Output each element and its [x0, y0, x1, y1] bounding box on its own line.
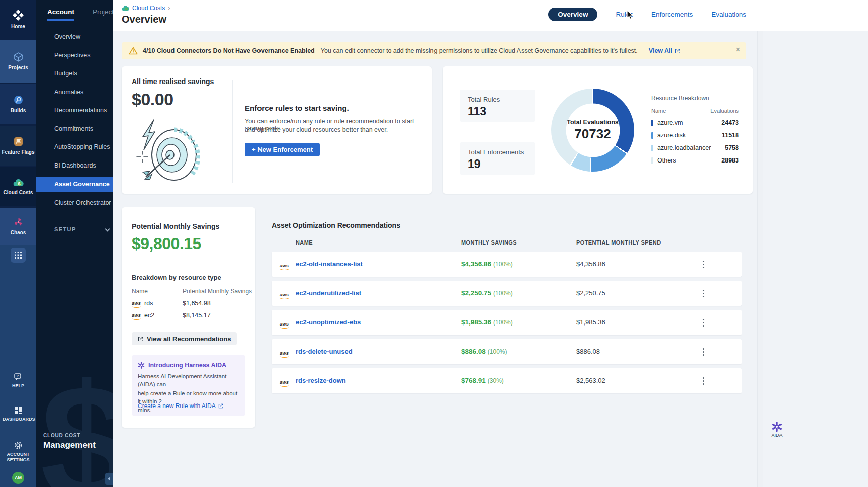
rail-item-account-settings[interactable]: ACCOUNT SETTINGS [0, 441, 36, 463]
view-all-recommendations-button[interactable]: View all Recommendations [132, 332, 237, 345]
enforce-text-line2: and optimize your cloud resources better… [245, 126, 388, 133]
ccm-sidebar: $ Account Project Overview Perspectives … [36, 0, 113, 487]
row-menu-button[interactable] [697, 258, 710, 271]
breakdown-name: ec2 [144, 312, 154, 319]
recommendation-link[interactable]: ec2-old-instances-list [296, 260, 363, 268]
breadcrumb-separator: › [168, 5, 170, 12]
table-row[interactable]: aws ec2-old-instances-list $4,356.86(100… [272, 252, 742, 277]
legend-row: azure.disk 11518 [651, 132, 739, 139]
aws-icon: aws [280, 380, 289, 385]
legend-value: 24473 [721, 119, 739, 126]
app-window: Home Projects Builds Feature Flags $ Clo… [0, 0, 868, 487]
svg-text:?: ? [17, 374, 19, 378]
sidebar-setup-section[interactable]: SETUP [54, 226, 76, 232]
banner-bold-text: 4/10 Cloud Connectors Do Not Have Govern… [143, 47, 315, 54]
sidebar-tab-account[interactable]: Account [47, 8, 74, 21]
monthly-savings-value: $2,250.75 [461, 289, 491, 297]
sidebar-item-anomalies[interactable]: Anomalies [36, 85, 113, 100]
legend-col-name: Name [651, 108, 666, 114]
scrollbar-track[interactable] [757, 31, 763, 487]
rail-item-cloud-costs[interactable]: $ Cloud Costs [0, 167, 36, 206]
sidebar-item-autostopping-rules[interactable]: AutoStopping Rules [36, 139, 113, 154]
aida-sparkle-icon [138, 362, 145, 369]
total-enforcements-card: Total Enforcements 19 [460, 142, 535, 175]
module-picker-button[interactable] [11, 248, 26, 263]
tab-overview[interactable]: Overview [548, 8, 597, 21]
tab-rules[interactable]: Rules [616, 11, 633, 18]
aws-icon: aws [280, 321, 289, 327]
cloud-icon [122, 5, 129, 11]
rail-item-feature-flags[interactable]: Feature Flags [0, 126, 36, 166]
tab-enforcements[interactable]: Enforcements [651, 11, 693, 18]
table-row[interactable]: aws ec2-unoptimized-ebs $1,985.36(100%) … [272, 310, 742, 335]
row-menu-button[interactable] [697, 316, 710, 329]
sidebar-item-asset-governance[interactable]: Asset Governance [36, 177, 113, 192]
external-link-icon [218, 403, 223, 409]
evaluations-stats-card: Total Rules 113 Total Enforcements 19 To… [443, 66, 753, 194]
breadcrumb: Cloud Costs › [122, 5, 170, 12]
dashboards-label: DASHBOARDS [3, 417, 34, 422]
sidebar-item-recommendations[interactable]: Recommendations [36, 103, 113, 118]
rail-item-dashboards[interactable]: DASHBOARDS [0, 407, 36, 422]
aws-icon: aws [280, 263, 289, 268]
chaos-icon [14, 217, 23, 227]
row-menu-button[interactable] [697, 374, 710, 387]
aida-fab-label: AIDA [771, 433, 782, 438]
row-menu-button[interactable] [697, 287, 710, 300]
aida-promo-box: Introducing Harness AIDA Harness AI Deve… [132, 355, 245, 416]
rail-item-builds[interactable]: Builds [0, 84, 36, 124]
potential-savings-title: Potential Monthly Savings [132, 222, 219, 230]
breakdown-row-rds: aws rds [132, 300, 153, 307]
table-row[interactable]: aws ec2-underutilized-list $2,250.75(100… [272, 281, 742, 306]
user-avatar[interactable]: AM [12, 472, 24, 484]
recommendation-link[interactable]: ec2-underutilized-list [296, 289, 361, 297]
svg-text:$: $ [18, 181, 20, 186]
sidebar-item-budgets[interactable]: Budgets [36, 66, 113, 81]
breadcrumb-cloud-costs-link[interactable]: Cloud Costs [132, 5, 165, 12]
tab-evaluations[interactable]: Evaluations [711, 11, 746, 18]
chevron-down-icon[interactable] [105, 227, 110, 232]
kebab-icon [703, 351, 704, 353]
row-menu-button[interactable] [697, 345, 710, 358]
rail-label-chaos: Chaos [11, 230, 26, 236]
kebab-icon [703, 264, 704, 265]
external-link-icon [138, 336, 143, 342]
banner-view-all-link[interactable]: View All [649, 47, 680, 54]
rail-item-projects[interactable]: Projects [0, 40, 36, 83]
governance-warning-banner: 4/10 Cloud Connectors Do Not Have Govern… [122, 42, 746, 59]
savings-percent: (100%) [488, 348, 507, 355]
legend-row: azure.loadbalancer 5758 [651, 144, 739, 151]
rail-item-help[interactable]: ? HELP [0, 373, 36, 389]
sidebar-item-cluster-orchestrator[interactable]: Cluster Orchestrator [36, 195, 113, 210]
table-row[interactable]: aws rds-delete-unused $886.08(100%) $886… [272, 339, 742, 364]
sidebar-item-perspectives[interactable]: Perspectives [36, 48, 113, 63]
rail-item-home[interactable]: Home [0, 4, 36, 35]
sidebar-item-overview[interactable]: Overview [36, 29, 113, 44]
recommendation-link[interactable]: rds-delete-unused [296, 348, 353, 355]
sidebar-item-commitments[interactable]: Commitments [36, 121, 113, 136]
savings-percent: (100%) [493, 290, 513, 297]
create-rule-with-aida-label: Create a new Rule with AIDA [138, 402, 216, 410]
banner-close-icon[interactable]: × [736, 46, 740, 54]
sidebar-collapse-button[interactable] [105, 473, 113, 485]
new-enforcement-button[interactable]: + New Enforcement [245, 143, 320, 156]
potential-spend-value: $4,356.86 [576, 260, 605, 268]
table-row[interactable]: aws rds-resize-down $768.91(30%) $2,563.… [272, 368, 742, 393]
aida-floating-button[interactable]: AIDA [767, 422, 787, 438]
page-header [113, 0, 868, 31]
rail-item-chaos[interactable]: Chaos [0, 208, 36, 245]
recommendation-link[interactable]: ec2-unoptimized-ebs [296, 318, 361, 326]
rec-col-name: NAME [296, 239, 313, 246]
sidebar-item-bi-dashboards[interactable]: BI Dashboards [36, 158, 113, 173]
dollar-watermark: $ [40, 360, 113, 487]
legend-swatch-others [651, 157, 653, 164]
potential-spend-value: $2,563.02 [576, 377, 605, 384]
builds-icon [14, 95, 23, 105]
recommendation-link[interactable]: rds-resize-down [296, 377, 346, 384]
gear-icon [14, 441, 23, 450]
dashboards-icon [14, 407, 22, 415]
create-rule-with-aida-link[interactable]: Create a new Rule with AIDA [138, 402, 223, 410]
aida-promo-title: Introducing Harness AIDA [148, 362, 226, 369]
sidebar-tab-project[interactable]: Project [93, 8, 113, 21]
feature-flags-icon [14, 137, 23, 146]
